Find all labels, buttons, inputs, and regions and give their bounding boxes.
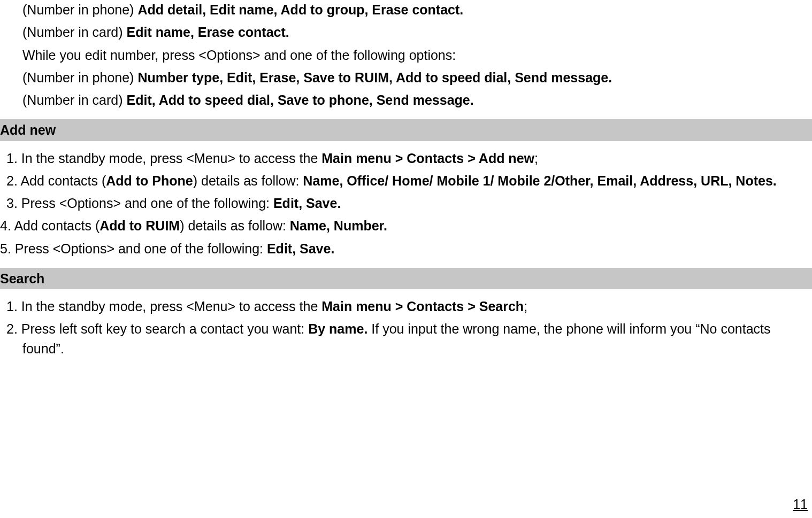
- intro-block: (Number in phone) Add detail, Edit name,…: [22, 0, 807, 110]
- bold-text: By name.: [308, 321, 367, 336]
- list-item: 5. Press <Options> and one of the follow…: [0, 239, 812, 258]
- item-number: 2.: [6, 173, 18, 188]
- text: In the standby mode, press <Menu> to acc…: [18, 151, 321, 166]
- text: Press <Options> and one of the following…: [11, 241, 267, 256]
- list-item: 1. In the standby mode, press <Menu> to …: [0, 297, 812, 316]
- item-number: 1.: [6, 299, 18, 314]
- heading-text: Search: [0, 271, 44, 286]
- heading-text: Add new: [0, 122, 56, 137]
- line-edit-number: While you edit number, press <Options> a…: [22, 45, 807, 65]
- line-card-options: (Number in card) Edit name, Erase contac…: [22, 22, 807, 42]
- item-number: 5.: [0, 241, 11, 256]
- page-number: 11: [793, 494, 808, 514]
- text: In the standby mode, press <Menu> to acc…: [18, 299, 321, 314]
- heading-add-new: Add new: [0, 119, 812, 141]
- bold-text: Main menu > Contacts > Search: [321, 299, 524, 314]
- list-item: 2. Add contacts (Add to Phone) details a…: [0, 171, 812, 190]
- text: (Number in card): [22, 92, 127, 107]
- text: Press <Options> and one of the following…: [18, 196, 273, 211]
- text: Press left soft key to search a contact …: [18, 321, 308, 336]
- bold-text: Number type, Edit, Erase, Save to RUIM, …: [137, 70, 612, 85]
- text: While you edit number, press <Options> a…: [22, 48, 456, 63]
- text: (Number in phone): [22, 70, 137, 85]
- item-number: 4.: [0, 218, 11, 233]
- document-page: (Number in phone) Add detail, Edit name,…: [0, 0, 812, 358]
- item-number: 2.: [6, 321, 18, 336]
- bold-text: Main menu > Contacts > Add new: [321, 151, 534, 166]
- list-item: 3. Press <Options> and one of the follow…: [0, 194, 812, 213]
- text: ;: [524, 299, 527, 314]
- list-item: 4. Add contacts (Add to RUIM) details as…: [0, 216, 812, 235]
- bold-text: Edit, Save.: [273, 196, 341, 211]
- line-card-number-options: (Number in card) Edit, Add to speed dial…: [22, 90, 807, 110]
- list-item: 2. Press left soft key to search a conta…: [0, 319, 812, 358]
- bold-text: Edit, Save.: [267, 241, 334, 256]
- line-phone-options: (Number in phone) Add detail, Edit name,…: [22, 0, 807, 19]
- text: ) details as follow:: [180, 218, 290, 233]
- bold-text: Name, Number.: [290, 218, 387, 233]
- bold-text: Add to Phone: [106, 173, 193, 188]
- text: ) details as follow:: [193, 173, 303, 188]
- text: (Number in phone): [22, 2, 137, 17]
- item-number: 3.: [6, 196, 18, 211]
- item-number: 1.: [6, 151, 18, 166]
- add-new-list: 1. In the standby mode, press <Menu> to …: [0, 149, 812, 258]
- text: (Number in card): [22, 25, 127, 40]
- text: Add contacts (: [18, 173, 106, 188]
- bold-text: Add detail, Edit name, Add to group, Era…: [137, 2, 463, 17]
- search-list: 1. In the standby mode, press <Menu> to …: [0, 297, 812, 358]
- line-phone-number-options: (Number in phone) Number type, Edit, Era…: [22, 68, 807, 87]
- heading-search: Search: [0, 268, 812, 289]
- list-item: 1. In the standby mode, press <Menu> to …: [0, 149, 812, 168]
- bold-text: Name, Office/ Home/ Mobile 1/ Mobile 2/O…: [303, 173, 776, 188]
- page-number-text: 11: [793, 497, 808, 512]
- bold-text: Edit name, Erase contact.: [127, 25, 289, 40]
- bold-text: Edit, Add to speed dial, Save to phone, …: [127, 92, 474, 107]
- text: ;: [534, 151, 538, 166]
- text: Add contacts (: [11, 218, 99, 233]
- bold-text: Add to RUIM: [99, 218, 180, 233]
